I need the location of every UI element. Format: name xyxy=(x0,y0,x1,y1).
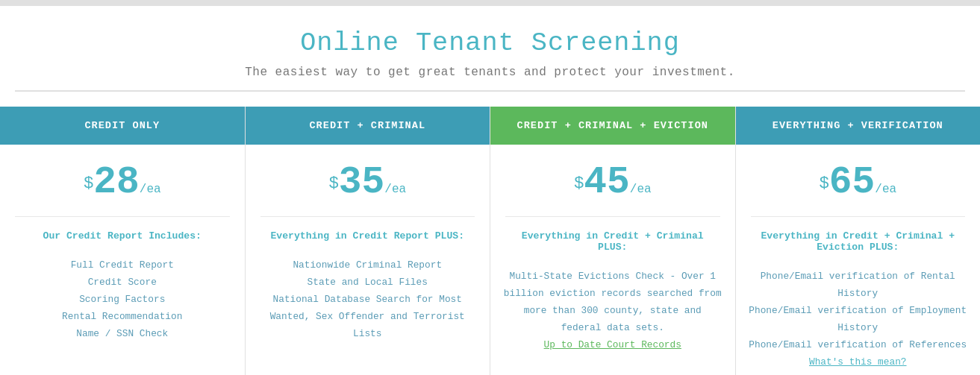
feature-item: Name / SSN Check xyxy=(11,325,234,342)
feature-item: Phone/Email verification of References xyxy=(747,336,970,353)
feature-item: Phone/Email verification of Employment H… xyxy=(747,302,970,336)
plan-price-credit-criminal-eviction: $45/ea xyxy=(490,145,735,216)
plan-features-credit-criminal: Nationwide Criminal ReportState and Loca… xyxy=(246,249,490,357)
feature-link[interactable]: Up to Date Court Records xyxy=(502,336,724,353)
plan-includes-label-credit-criminal: Everything in Credit Report PLUS: xyxy=(246,217,490,249)
page-title: Online Tenant Screening xyxy=(15,28,965,58)
plan-features-credit-only: Full Credit ReportCredit ScoreScoring Fa… xyxy=(0,249,245,357)
plan-features-credit-criminal-eviction: Multi-State Evictions Check - Over 1 bil… xyxy=(490,260,735,368)
price-dollar-sign: $ xyxy=(84,174,93,193)
plan-header-everything-verification: EVERYTHING + VERIFICATION xyxy=(736,107,981,145)
plan-col-credit-criminal-eviction: CREDIT + CRIMINAL + EVICTION$45/eaEveryt… xyxy=(490,107,736,375)
top-bar xyxy=(0,0,980,6)
price-per: /ea xyxy=(630,183,652,196)
header-divider xyxy=(15,90,965,92)
plan-header-credit-criminal: CREDIT + CRIMINAL xyxy=(246,107,490,145)
plan-header-credit-only: CREDIT ONLY xyxy=(0,107,245,145)
feature-item: Scoring Factors xyxy=(11,291,234,308)
price-dollar-sign: $ xyxy=(819,174,828,193)
feature-item: Nationwide Criminal Report xyxy=(257,256,479,274)
price-dollar-sign: $ xyxy=(574,174,584,193)
plan-col-credit-criminal: CREDIT + CRIMINAL$35/eaEverything in Cre… xyxy=(246,107,491,375)
plan-includes-label-credit-only: Our Credit Report Includes: xyxy=(0,217,245,249)
plan-col-credit-only: CREDIT ONLY$28/eaOur Credit Report Inclu… xyxy=(0,107,246,375)
price-dollar-sign: $ xyxy=(328,174,338,193)
feature-item: State and Local Files xyxy=(257,274,479,291)
plan-features-everything-verification: Phone/Email verification of Rental Histo… xyxy=(736,260,981,375)
feature-item: Multi-State Evictions Check - Over 1 bil… xyxy=(502,268,724,336)
plan-col-everything-verification: EVERYTHING + VERIFICATION$65/eaEverythin… xyxy=(736,107,981,375)
plan-price-credit-only: $28/ea xyxy=(0,145,245,216)
feature-item: Full Credit Report xyxy=(11,256,234,274)
header-section: Online Tenant Screening The easiest way … xyxy=(0,6,980,107)
plan-header-credit-criminal-eviction: CREDIT + CRIMINAL + EVICTION xyxy=(490,107,735,145)
page-subtitle: The easiest way to get great tenants and… xyxy=(15,66,965,79)
feature-item: Rental Recommendation xyxy=(11,308,234,325)
feature-question-link[interactable]: What's this mean? xyxy=(747,353,970,371)
price-amount: 35 xyxy=(339,160,384,204)
price-amount: 45 xyxy=(584,160,629,204)
price-per: /ea xyxy=(875,183,896,196)
feature-item: Credit Score xyxy=(11,274,234,291)
price-amount: 65 xyxy=(829,160,875,204)
feature-item: Phone/Email verification of Rental Histo… xyxy=(747,268,970,302)
price-per: /ea xyxy=(384,183,406,196)
plan-includes-label-everything-verification: Everything in Credit + Criminal + Evicti… xyxy=(736,217,981,260)
plan-price-everything-verification: $65/ea xyxy=(736,145,981,216)
feature-item: National Database Search for Most Wanted… xyxy=(257,291,479,342)
price-amount: 28 xyxy=(93,160,139,204)
plan-price-credit-criminal: $35/ea xyxy=(246,145,490,216)
plans-container: CREDIT ONLY$28/eaOur Credit Report Inclu… xyxy=(0,107,980,375)
page-wrapper: Online Tenant Screening The easiest way … xyxy=(0,0,980,375)
price-per: /ea xyxy=(140,183,161,196)
plan-includes-label-credit-criminal-eviction: Everything in Credit + Criminal PLUS: xyxy=(490,217,735,260)
